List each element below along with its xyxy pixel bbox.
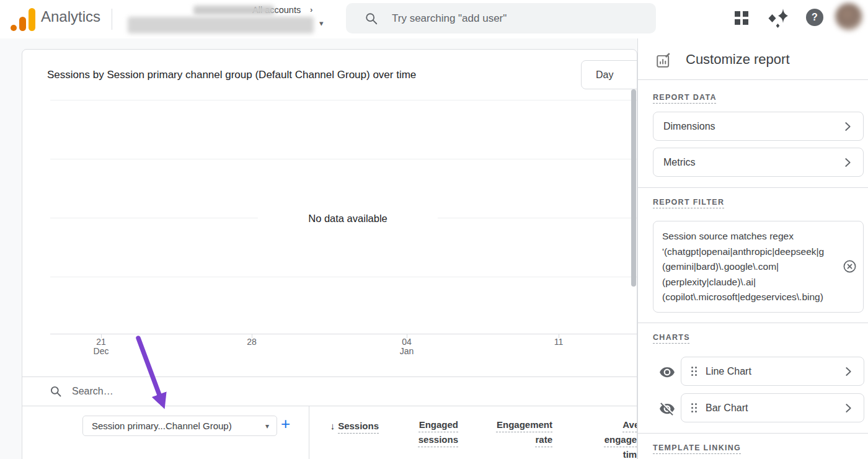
section-heading-report-data: REPORT DATA bbox=[653, 93, 717, 102]
column-header-engaged-sessions[interactable]: Engaged sessions bbox=[391, 417, 458, 447]
gridline bbox=[50, 100, 637, 100]
column-divider bbox=[309, 406, 309, 459]
dimensions-label: Dimensions bbox=[663, 121, 841, 132]
logo-bar bbox=[29, 8, 35, 31]
redacted-account-name bbox=[193, 6, 274, 15]
caret-down-icon: ▾ bbox=[265, 422, 269, 430]
filter-line: (gemini|bard)\.google\.com| bbox=[662, 259, 854, 275]
x-tick-label: 11 bbox=[539, 337, 578, 347]
chevron-right-icon bbox=[841, 365, 855, 378]
divider bbox=[638, 323, 868, 323]
chevron-right-icon bbox=[841, 401, 855, 415]
remove-filter-icon[interactable] bbox=[843, 259, 857, 274]
brand-title: Analytics bbox=[41, 8, 100, 25]
gridline bbox=[50, 159, 637, 159]
google-apps-grid-icon[interactable] bbox=[735, 11, 748, 25]
redacted-property-name bbox=[128, 17, 314, 33]
x-tick-label: 28 bbox=[232, 337, 272, 347]
help-icon[interactable]: ? bbox=[806, 9, 823, 26]
global-search-input[interactable] bbox=[392, 12, 645, 25]
empty-chart-message: No data available bbox=[258, 212, 438, 226]
chevron-right-icon bbox=[841, 156, 854, 169]
filter-line: '(chatgpt|openai|anthropic|deepseek|g bbox=[662, 244, 854, 260]
dimensions-card[interactable]: Dimensions bbox=[653, 112, 864, 141]
table-search[interactable] bbox=[50, 378, 360, 405]
gridline bbox=[50, 277, 637, 277]
report-card: Sessions by Session primary channel grou… bbox=[22, 49, 637, 459]
logo-bar bbox=[19, 17, 26, 31]
column-header-engagement-rate[interactable]: Engagement rate bbox=[478, 417, 552, 447]
caret-down-icon[interactable]: ▾ bbox=[319, 19, 324, 28]
divider bbox=[112, 9, 112, 30]
analytics-logo[interactable]: Analytics bbox=[0, 0, 112, 38]
account-switcher[interactable]: All accounts › bbox=[124, 0, 335, 38]
drag-handle-icon[interactable] bbox=[691, 367, 697, 376]
divider bbox=[638, 79, 868, 80]
filter-line: Session source matches regex bbox=[662, 229, 854, 244]
divider bbox=[638, 187, 868, 188]
section-heading-report-filter: REPORT FILTER bbox=[653, 198, 724, 207]
divider bbox=[638, 433, 868, 434]
metrics-label: Metrics bbox=[663, 157, 841, 168]
sort-descending-icon: ↓ bbox=[330, 419, 335, 434]
logo-dot bbox=[11, 25, 17, 31]
analytics-app: Analytics All accounts › ▾ ? bbox=[0, 0, 868, 459]
filter-line: (copilot\.microsoft|edgeservices\.bing) bbox=[662, 290, 854, 305]
add-dimension-button[interactable]: + bbox=[281, 414, 290, 434]
x-tick-label: 04Jan bbox=[387, 337, 427, 356]
top-bar: Analytics All accounts › ▾ ? bbox=[0, 0, 868, 38]
report-filter-card[interactable]: Session source matches regex '(chatgpt|o… bbox=[653, 221, 864, 313]
filter-line: (perplexity|claude)\.ai| bbox=[662, 275, 854, 290]
search-icon bbox=[50, 385, 62, 398]
bar-chart-card[interactable]: Bar Chart bbox=[681, 393, 864, 422]
avatar[interactable] bbox=[835, 3, 862, 30]
chart-title: Sessions by Session primary channel grou… bbox=[47, 69, 416, 81]
granularity-dropdown[interactable]: Day bbox=[581, 60, 637, 89]
global-search[interactable] bbox=[346, 3, 656, 33]
metrics-card[interactable]: Metrics bbox=[653, 148, 864, 177]
x-tick-label: 21Dec bbox=[81, 337, 121, 356]
drag-handle-icon[interactable] bbox=[691, 403, 697, 412]
line-chart-visibility-toggle[interactable] bbox=[659, 364, 675, 380]
panel-title: Customize report bbox=[686, 51, 790, 68]
customize-report-panel: Customize report REPORT DATA Dimensions … bbox=[637, 38, 868, 459]
vertical-scrollbar[interactable] bbox=[631, 89, 636, 287]
insights-sparkle-icon[interactable] bbox=[767, 7, 790, 30]
annotation-arrow bbox=[124, 332, 192, 425]
section-heading-charts: CHARTS bbox=[653, 333, 690, 342]
bar-chart-label: Bar Chart bbox=[706, 403, 841, 414]
search-icon bbox=[365, 12, 378, 25]
line-chart-label: Line Chart bbox=[706, 366, 841, 377]
divider bbox=[22, 406, 637, 406]
granularity-label: Day bbox=[596, 69, 613, 81]
section-heading-template-linking: TEMPLATE LINKING bbox=[653, 443, 741, 452]
column-header-avg-engagement-time[interactable]: Average engagement time per session bbox=[591, 417, 637, 459]
chevron-right-icon bbox=[841, 120, 854, 133]
chevron-right-icon: › bbox=[310, 5, 312, 14]
divider bbox=[22, 377, 637, 377]
customize-report-icon bbox=[655, 53, 671, 69]
line-chart-card[interactable]: Line Chart bbox=[681, 357, 864, 386]
bar-chart-visibility-toggle[interactable] bbox=[659, 401, 675, 417]
column-header-sessions[interactable]: ↓Sessions bbox=[319, 419, 379, 434]
help-glyph: ? bbox=[812, 12, 818, 23]
